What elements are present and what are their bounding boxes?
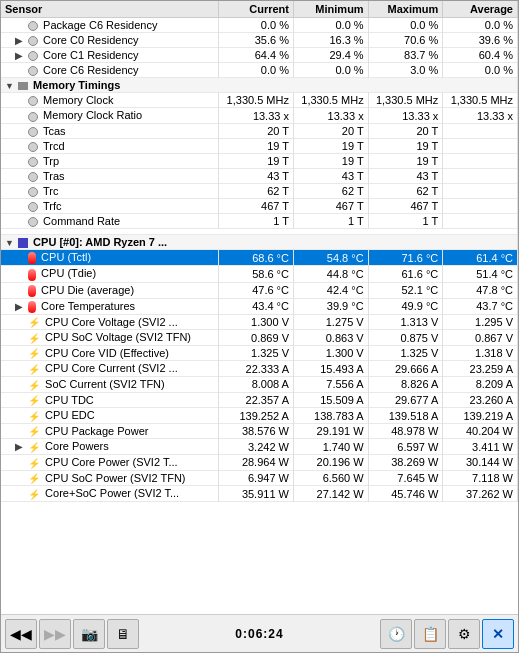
sensor-maximum: 1 T	[368, 214, 443, 229]
sensor-circle-icon	[28, 21, 38, 31]
settings-button[interactable]: ⚙	[448, 619, 480, 649]
sensor-name: CPU Die (average)	[1, 282, 219, 298]
row-expand-placeholder	[15, 252, 25, 263]
nav-forward-button[interactable]: ▶▶	[39, 619, 71, 649]
table-row[interactable]: ⚡ CPU Core Power (SVI2 T...28.964 W20.19…	[1, 455, 518, 471]
section-header[interactable]: ▼ CPU [#0]: AMD Ryzen 7 ...	[1, 235, 518, 250]
report-button[interactable]: 📋	[414, 619, 446, 649]
temp-icon	[28, 301, 36, 313]
sensor-average: 0.0 %	[443, 63, 518, 78]
table-row[interactable]: ⚡ Core+SoC Power (SVI2 T...35.911 W27.14…	[1, 486, 518, 502]
sensor-maximum: 29.677 A	[368, 392, 443, 408]
mem-icon	[18, 82, 28, 90]
sensor-minimum: 0.863 V	[293, 330, 368, 346]
table-row[interactable]: ⚡ CPU SoC Voltage (SVI2 TFN)0.869 V0.863…	[1, 330, 518, 346]
table-row[interactable]: ⚡ CPU TDC22.357 A15.509 A29.677 A23.260 …	[1, 392, 518, 408]
table-row[interactable]: Trfc467 T467 T467 T	[1, 199, 518, 214]
col-average[interactable]: Average	[443, 1, 518, 18]
table-row[interactable]: ▶ Core C1 Residency64.4 %29.4 %83.7 %60.…	[1, 48, 518, 63]
sensor-average: 0.867 V	[443, 330, 518, 346]
sensor-maximum: 19 T	[368, 153, 443, 168]
sensor-maximum: 52.1 °C	[368, 282, 443, 298]
table-row[interactable]: ⚡ CPU SoC Power (SVI2 TFN)6.947 W6.560 W…	[1, 470, 518, 486]
sensor-name: Core C6 Residency	[1, 63, 219, 78]
sensor-average: 7.118 W	[443, 470, 518, 486]
table-row[interactable]: Trcd19 T19 T19 T	[1, 138, 518, 153]
sensor-average: 1.318 V	[443, 345, 518, 361]
row-expand-placeholder	[15, 156, 25, 167]
table-row[interactable]: ⚡ CPU EDC139.252 A138.783 A139.518 A139.…	[1, 408, 518, 424]
expand-toggle[interactable]: ▼	[5, 81, 15, 91]
table-row[interactable]: ▶ Core C0 Residency35.6 %16.3 %70.6 %39.…	[1, 33, 518, 48]
table-row[interactable]: Trc62 T62 T62 T	[1, 183, 518, 198]
row-expand-icon[interactable]: ▶	[15, 35, 25, 46]
expand-toggle[interactable]: ▼	[5, 238, 15, 248]
sensor-average: 51.4 °C	[443, 266, 518, 282]
table-row[interactable]: ⚡ SoC Current (SVI2 TFN)8.008 A7.556 A8.…	[1, 377, 518, 393]
table-row[interactable]: ⚡ CPU Package Power38.576 W29.191 W48.97…	[1, 423, 518, 439]
sensor-average: 61.4 °C	[443, 250, 518, 266]
sensor-minimum: 27.142 W	[293, 486, 368, 502]
nav-back-button[interactable]: ◀◀	[5, 619, 37, 649]
clock-button[interactable]: 🕐	[380, 619, 412, 649]
sensor-current: 47.6 °C	[219, 282, 294, 298]
sensor-name: Tras	[1, 168, 219, 183]
close-button[interactable]: ✕	[482, 619, 514, 649]
table-row[interactable]: CPU (Tdie)58.6 °C44.8 °C61.6 °C51.4 °C	[1, 266, 518, 282]
table-row[interactable]: ▶ Core Temperatures43.4 °C39.9 °C49.9 °C…	[1, 298, 518, 314]
col-current[interactable]: Current	[219, 1, 294, 18]
sensor-name: Command Rate	[1, 214, 219, 229]
table-row[interactable]: ⚡ CPU Core VID (Effective)1.325 V1.300 V…	[1, 345, 518, 361]
elapsed-time: 0:06:24	[141, 627, 378, 641]
table-row[interactable]: ▼ CPU [#0]: AMD Ryzen 7 ...	[1, 235, 518, 250]
table-row[interactable]: ▼ Memory Timings	[1, 78, 518, 93]
sensor-minimum: 138.783 A	[293, 408, 368, 424]
sensor-average: 43.7 °C	[443, 298, 518, 314]
table-row[interactable]: ▶ ⚡ Core Powers3.242 W1.740 W6.597 W3.41…	[1, 439, 518, 455]
table-row[interactable]: ⚡ CPU Core Voltage (SVI2 ...1.300 V1.275…	[1, 314, 518, 330]
table-row[interactable]: CPU (Tctl)68.6 °C54.8 °C71.6 °C61.4 °C	[1, 250, 518, 266]
table-row[interactable]: Trp19 T19 T19 T	[1, 153, 518, 168]
table-row[interactable]: Memory Clock1,330.5 MHz1,330.5 MHz1,330.…	[1, 93, 518, 108]
bolt-icon: ⚡	[28, 317, 40, 328]
sensor-name: ⚡ CPU Core VID (Effective)	[1, 345, 219, 361]
bolt-icon: ⚡	[28, 442, 40, 453]
sensor-minimum: 54.8 °C	[293, 250, 368, 266]
sensor-current: 35.6 %	[219, 33, 294, 48]
row-expand-icon[interactable]: ▶	[15, 50, 25, 61]
camera-button[interactable]: 📷	[73, 619, 105, 649]
section-header[interactable]: ▼ Memory Timings	[1, 78, 518, 93]
table-row[interactable]: Memory Clock Ratio13.33 x13.33 x13.33 x1…	[1, 108, 518, 123]
table-row[interactable]: ⚡ CPU Core Current (SVI2 ...22.333 A15.4…	[1, 361, 518, 377]
table-row[interactable]: Core C6 Residency0.0 %0.0 %3.0 %0.0 %	[1, 63, 518, 78]
table-row[interactable]: Command Rate1 T1 T1 T	[1, 214, 518, 229]
table-row[interactable]: Tcas20 T20 T20 T	[1, 123, 518, 138]
temp-icon	[28, 285, 36, 297]
sensor-table-container[interactable]: Sensor Current Minimum Maximum Average P…	[1, 1, 518, 614]
row-expand-icon[interactable]: ▶	[15, 441, 25, 452]
sensor-minimum: 19 T	[293, 153, 368, 168]
sensor-name: ⚡ Core+SoC Power (SVI2 T...	[1, 486, 219, 502]
sensor-current: 0.0 %	[219, 18, 294, 33]
col-minimum[interactable]: Minimum	[293, 1, 368, 18]
sensor-maximum: 48.978 W	[368, 423, 443, 439]
sensor-name: ▶ Core C0 Residency	[1, 33, 219, 48]
sensor-circle-icon	[28, 157, 38, 167]
col-sensor[interactable]: Sensor	[1, 1, 219, 18]
sensor-current: 62 T	[219, 183, 294, 198]
row-expand-placeholder	[15, 348, 25, 359]
sensor-maximum: 45.746 W	[368, 486, 443, 502]
row-expand-icon[interactable]: ▶	[15, 301, 25, 312]
sensor-current: 0.0 %	[219, 63, 294, 78]
table-row[interactable]: CPU Die (average)47.6 °C42.4 °C52.1 °C47…	[1, 282, 518, 298]
sensor-name: ⚡ CPU EDC	[1, 408, 219, 424]
table-row[interactable]: Package C6 Residency0.0 %0.0 %0.0 %0.0 %	[1, 18, 518, 33]
network-button[interactable]: 🖥	[107, 619, 139, 649]
sensor-name: Trfc	[1, 199, 219, 214]
col-maximum[interactable]: Maximum	[368, 1, 443, 18]
sensor-current: 139.252 A	[219, 408, 294, 424]
sensor-average	[443, 183, 518, 198]
bolt-icon: ⚡	[28, 395, 40, 406]
table-row[interactable]: Tras43 T43 T43 T	[1, 168, 518, 183]
sensor-maximum: 62 T	[368, 183, 443, 198]
